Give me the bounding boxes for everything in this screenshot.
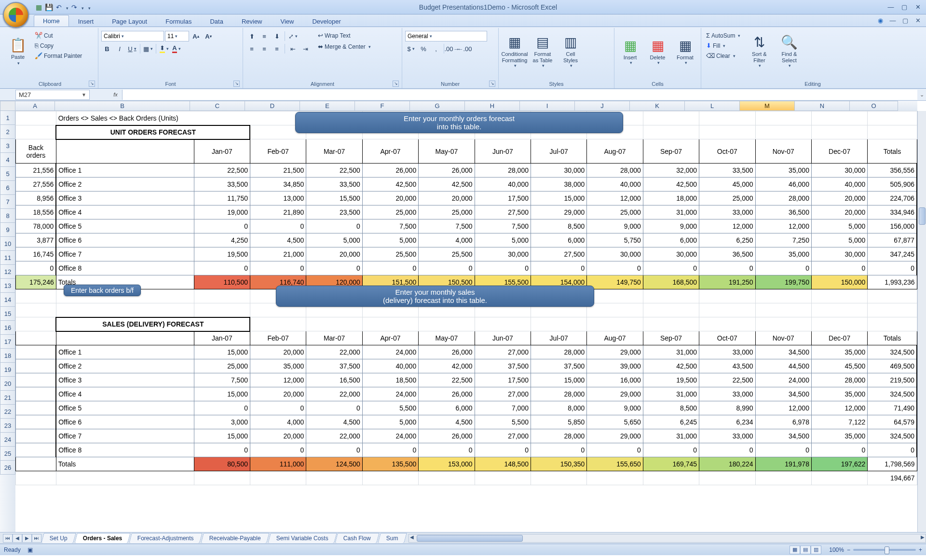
cell[interactable]: 6,000 [419, 401, 475, 415]
row-header-24[interactable]: 24 [0, 433, 15, 447]
cell[interactable] [56, 331, 194, 345]
cell[interactable]: 4,000 [250, 415, 306, 429]
cell[interactable]: 29,000 [587, 345, 643, 359]
sheet-tab-semi-variable-costs[interactable]: Semi Variable Costs [268, 533, 337, 543]
cell[interactable] [194, 471, 250, 485]
zoom-in-button[interactable]: + [919, 546, 922, 553]
cell[interactable]: 0 [362, 443, 418, 457]
cell[interactable] [16, 373, 56, 387]
cell[interactable]: 4,500 [306, 415, 362, 429]
cell[interactable]: 0 [755, 261, 811, 275]
cell[interactable]: 8,000 [531, 401, 586, 415]
cell[interactable]: 43,500 [699, 359, 755, 373]
cell[interactable]: 36,500 [699, 247, 755, 261]
cell[interactable]: 0 [811, 261, 867, 275]
cell[interactable] [811, 289, 867, 303]
align-bottom-button[interactable]: ⬇ [271, 31, 283, 41]
cell[interactable]: 21,500 [250, 164, 306, 178]
cell[interactable]: 24,000 [362, 429, 418, 443]
cell[interactable]: Jan-07 [194, 331, 250, 345]
column-header-I[interactable]: I [520, 101, 575, 111]
undo-dropdown-icon[interactable] [65, 3, 68, 11]
cell[interactable]: 219,500 [868, 373, 917, 387]
zoom-level[interactable]: 100% [829, 546, 844, 553]
cell[interactable]: 25,500 [362, 247, 418, 261]
cell[interactable]: Feb-07 [250, 139, 306, 164]
row-header-4[interactable]: 4 [0, 153, 15, 167]
tab-page-layout[interactable]: Page Layout [103, 15, 156, 27]
worksheet-grid[interactable]: ABCDEFGHIJKLMNO 123456789101112131415161… [0, 101, 926, 532]
cell[interactable]: 20,000 [362, 191, 418, 205]
cell[interactable]: 42,500 [419, 178, 475, 191]
cell[interactable]: 224,706 [868, 191, 917, 205]
cell[interactable]: 25,000 [419, 205, 475, 219]
sheet-nav-last-icon[interactable]: ⏭ [32, 534, 41, 543]
shrink-font-button[interactable]: A▾ [203, 31, 214, 41]
cell[interactable]: 24,000 [362, 345, 418, 359]
cell[interactable] [868, 125, 917, 139]
column-header-H[interactable]: H [465, 101, 520, 111]
sheet-tab-set-up[interactable]: Set Up [41, 533, 76, 543]
cell[interactable]: Office 4 [56, 205, 194, 219]
cell[interactable]: Office 3 [56, 373, 194, 387]
cell[interactable]: 9,000 [643, 219, 699, 233]
cell[interactable]: 28,000 [531, 429, 586, 443]
cell[interactable]: Apr-07 [362, 331, 418, 345]
cell[interactable]: 5,000 [362, 415, 418, 429]
cell[interactable]: 153,000 [419, 457, 475, 471]
cell[interactable]: 30,000 [811, 164, 867, 178]
cell[interactable] [755, 289, 811, 303]
cell[interactable] [699, 125, 755, 139]
cell[interactable]: 5,000 [362, 233, 418, 247]
cell[interactable]: 5,750 [587, 233, 643, 247]
row-header-21[interactable]: 21 [0, 391, 15, 405]
fill-color-button[interactable]: ⬍ [158, 43, 170, 54]
clear-button[interactable]: ⌫Clear [704, 51, 742, 60]
page-layout-view-button[interactable]: ▤ [800, 546, 811, 554]
cell[interactable]: 33,000 [699, 205, 755, 219]
cell[interactable]: 1,798,569 [868, 457, 917, 471]
cell[interactable]: 0 [868, 443, 917, 457]
cell[interactable] [56, 303, 194, 317]
cell[interactable]: Jun-07 [475, 139, 531, 164]
cell[interactable]: Sep-07 [643, 331, 699, 345]
cell[interactable] [587, 471, 643, 485]
cell[interactable]: 194,667 [868, 471, 917, 485]
cell[interactable] [362, 317, 418, 331]
cell[interactable] [643, 111, 699, 125]
vscroll-thumb[interactable] [919, 207, 926, 225]
close-button[interactable]: ✕ [912, 3, 923, 11]
tab-formulas[interactable]: Formulas [156, 15, 201, 27]
cell[interactable]: 30,000 [811, 247, 867, 261]
column-header-N[interactable]: N [795, 101, 850, 111]
cell[interactable] [306, 317, 362, 331]
cell[interactable]: 12,000 [587, 191, 643, 205]
orientation-button[interactable]: ⤢ [287, 31, 299, 41]
cell[interactable]: 0 [755, 443, 811, 457]
row-header-3[interactable]: 3 [0, 139, 15, 153]
cell[interactable]: 15,000 [531, 373, 586, 387]
comma-button[interactable]: , [430, 43, 442, 54]
cell[interactable]: 64,579 [868, 415, 917, 429]
cell[interactable]: 3,000 [194, 415, 250, 429]
cell[interactable]: 27,556 [16, 178, 56, 191]
office-button[interactable] [3, 2, 29, 28]
cell[interactable] [755, 125, 811, 139]
cell[interactable]: 197,622 [811, 457, 867, 471]
cell[interactable]: 19,500 [194, 247, 250, 261]
cell[interactable]: 24,000 [362, 387, 418, 401]
cell[interactable]: 27,000 [475, 345, 531, 359]
cell[interactable]: 12,000 [811, 401, 867, 415]
cell[interactable]: 12,000 [755, 401, 811, 415]
cell[interactable]: 0 [194, 219, 250, 233]
row-header-18[interactable]: 18 [0, 349, 15, 363]
cell[interactable] [16, 471, 56, 485]
cell[interactable]: Office 2 [56, 178, 194, 191]
cell[interactable] [16, 345, 56, 359]
cell[interactable]: 0 [587, 261, 643, 275]
cell[interactable]: 33,000 [699, 387, 755, 401]
cell[interactable]: 27,000 [475, 387, 531, 401]
wrap-text-button[interactable]: ↩Wrap Text [316, 31, 373, 40]
cell[interactable]: 7,122 [811, 415, 867, 429]
cell[interactable]: 28,000 [811, 373, 867, 387]
